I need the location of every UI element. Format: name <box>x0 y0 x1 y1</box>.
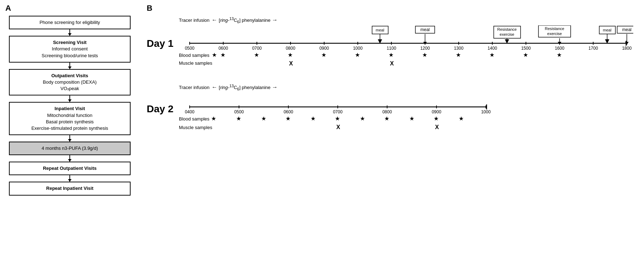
day1-blood-label: Blood samples <box>179 53 210 58</box>
section-a: A Phone screening for eligibility Screen… <box>0 0 140 256</box>
day1-tracer-arrow-left: ← <box>212 17 218 23</box>
svg-text:★: ★ <box>459 115 464 122</box>
svg-text:★: ★ <box>360 115 365 122</box>
inpatient-line2: Basal protein synthesis <box>14 119 126 125</box>
svg-text:1600: 1600 <box>555 46 565 51</box>
svg-text:0500: 0500 <box>185 46 195 51</box>
day2-muscle-x1: X <box>336 124 340 130</box>
svg-text:★: ★ <box>523 52 528 58</box>
day1-blood-star1: ★ <box>220 52 225 58</box>
flowchart: Phone screening for eligibility Screenin… <box>5 16 134 196</box>
svg-text:★: ★ <box>422 52 427 58</box>
day1-muscle-x1: X <box>289 60 293 67</box>
arrow-6 <box>69 175 70 182</box>
svg-text:1000: 1000 <box>481 109 491 114</box>
day2-timeline-svg: 0400 0500 0600 0700 0800 0900 1000 Blood… <box>179 93 501 136</box>
arrow-5 <box>69 155 70 162</box>
outpatient-line1: Body composition (DEXA) <box>14 79 126 85</box>
day2-muscle-x2: X <box>435 124 439 130</box>
repeat-inpatient-box: Repeat Inpatient Visit <box>9 182 131 195</box>
svg-text:★: ★ <box>211 115 216 122</box>
svg-text:★: ★ <box>286 115 291 122</box>
day1-resistance-label-line1: Resistance <box>497 27 517 31</box>
section-b: B Day 1 Tracer infusion ← [ring-13C6] ph… <box>140 0 644 256</box>
day1-meal2-label: meal <box>603 28 611 32</box>
day1-resist-box-line2: exercise <box>547 31 562 36</box>
svg-text:0500: 0500 <box>234 109 244 114</box>
day1-meal1-label: meal <box>376 28 384 32</box>
inpatient-title: Inpatient Visit <box>14 105 126 112</box>
inpatient-line1: Mitochondrial function <box>14 112 126 119</box>
day2-tracer-compound: [ring-13C6] phenylalanine <box>219 84 271 91</box>
day2-tracer-arrow-right: → <box>272 84 278 90</box>
phone-screening-box: Phone screening for eligibility <box>9 16 131 29</box>
svg-text:★: ★ <box>355 52 360 58</box>
svg-text:0400: 0400 <box>185 109 195 114</box>
svg-text:★: ★ <box>261 115 266 122</box>
svg-text:★: ★ <box>434 115 439 122</box>
day2-label: Day 2 <box>147 103 174 115</box>
day1-meal2-box: meal <box>622 27 631 32</box>
n3-pufa-box: 4 months n3-PUFA (3.9g/d) <box>9 142 131 155</box>
arrow-2 <box>69 63 70 69</box>
day1-meal1-box: meal <box>420 27 430 32</box>
outpatient-visits-title: Outpatient Visits <box>14 73 126 79</box>
day1-blood-star0: ★ <box>212 52 217 58</box>
svg-text:★: ★ <box>335 115 340 122</box>
svg-text:★: ★ <box>409 115 414 122</box>
n3-pufa-text: 4 months n3-PUFA (3.9g/d) <box>42 146 98 151</box>
svg-text:1100: 1100 <box>387 46 396 51</box>
screening-visit-box: Screening Visit Informed consent Screeni… <box>9 36 131 63</box>
day2-tracer-arrow-left: ← <box>212 84 218 90</box>
phone-screening-text: Phone screening for eligibility <box>39 20 100 25</box>
svg-text:1500: 1500 <box>521 46 531 51</box>
outpatient-line2: VO₂peak <box>14 85 126 92</box>
svg-text:★: ★ <box>254 52 259 58</box>
screening-visit-title: Screening Visit <box>14 39 126 46</box>
section-a-label: A <box>5 4 134 13</box>
svg-text:0800: 0800 <box>382 109 392 114</box>
svg-text:1300: 1300 <box>454 46 464 51</box>
svg-text:★: ★ <box>389 52 394 58</box>
svg-text:★: ★ <box>384 115 389 122</box>
svg-text:0700: 0700 <box>333 109 343 114</box>
section-b-label: B <box>147 4 637 13</box>
day1-label: Day 1 <box>147 38 174 49</box>
svg-text:1700: 1700 <box>589 46 598 51</box>
svg-text:1200: 1200 <box>420 46 430 51</box>
day1-tracer-label: Tracer infusion <box>179 18 210 23</box>
day2-blood-label: Blood samples <box>179 116 210 122</box>
day1-resist-box-line1: Resistance <box>545 26 564 31</box>
svg-text:★: ★ <box>236 115 241 122</box>
svg-text:★: ★ <box>456 52 461 58</box>
inpatient-visit-box: Inpatient Visit Mitochondrial function B… <box>9 102 131 135</box>
day2-muscle-label: Muscle samples <box>179 125 213 130</box>
repeat-outpatient-title: Repeat Outpatient Visits <box>14 165 126 172</box>
svg-text:★: ★ <box>557 52 562 58</box>
outpatient-visits-box: Outpatient Visits Body composition (DEXA… <box>9 69 131 96</box>
screening-visit-line2: Screening blood/urine tests <box>14 53 126 59</box>
day1-tracer-compound: [ring-13C6] phenylalanine <box>219 16 271 24</box>
repeat-inpatient-title: Repeat Inpatient Visit <box>14 185 126 192</box>
day1-muscle-label: Muscle samples <box>179 60 213 66</box>
svg-text:0600: 0600 <box>284 109 293 114</box>
svg-text:★: ★ <box>321 52 326 58</box>
day1-muscle-x2: X <box>390 60 394 67</box>
day2-tracer-label: Tracer infusion <box>179 85 210 90</box>
svg-text:★: ★ <box>288 52 293 58</box>
svg-text:0600: 0600 <box>219 46 228 51</box>
svg-text:0900: 0900 <box>432 109 441 114</box>
arrow-3 <box>69 95 70 102</box>
day1-resistance-label-line2: exercise <box>500 32 514 36</box>
inpatient-line3: Exercise-stimulated protein synthesis <box>14 125 126 132</box>
svg-text:1000: 1000 <box>353 46 363 51</box>
svg-text:1400: 1400 <box>488 46 497 51</box>
arrow-4 <box>69 135 70 142</box>
svg-text:★: ★ <box>311 115 316 122</box>
svg-text:★: ★ <box>489 52 494 58</box>
svg-text:0700: 0700 <box>252 46 262 51</box>
screening-visit-line1: Informed consent <box>14 46 126 52</box>
day1-tracer-arrow-right: → <box>272 17 278 23</box>
arrow-1 <box>69 29 70 36</box>
repeat-outpatient-box: Repeat Outpatient Visits <box>9 162 131 175</box>
